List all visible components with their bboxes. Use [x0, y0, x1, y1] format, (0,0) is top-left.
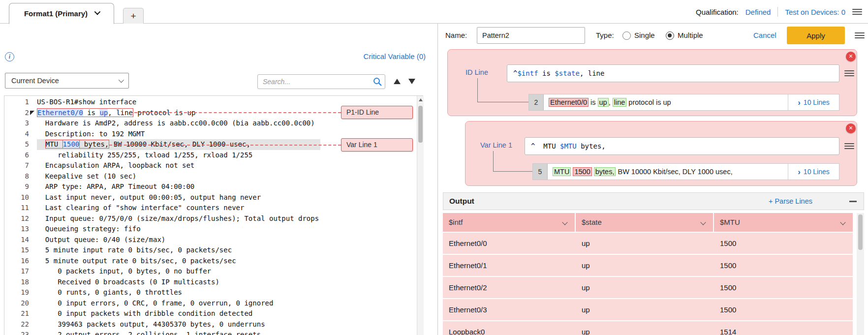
- output-table-body: Ethernet0/0up1500Ethernet0/1up1500Ethern…: [443, 233, 853, 335]
- code-line[interactable]: 15 5 minute input rate 0 bits/sec, 0 pac…: [4, 245, 320, 256]
- pattern-text: ^$intf is $state, line: [513, 69, 604, 77]
- code-line[interactable]: 21 0 input packets with dribble conditio…: [4, 308, 320, 319]
- code-line[interactable]: 19 0 runts, 0 giants, 0 throttles: [4, 287, 320, 298]
- chevron-down-icon[interactable]: [840, 219, 845, 225]
- code-text: Encapsulation ARPA, loopback not set: [37, 160, 320, 171]
- output-cell: up: [576, 277, 714, 298]
- tab-label: Format1 (Primary): [24, 9, 88, 18]
- output-cell: Ethernet0/3: [443, 299, 576, 320]
- matched-line-row[interactable]: 2 Ethernet0/0 is up, line protocol is up…: [528, 94, 839, 111]
- critical-variable-link[interactable]: Critical Variable (0): [364, 52, 426, 61]
- code-line[interactable]: 4 Description: to 192 MGMT: [4, 129, 320, 140]
- code-line[interactable]: 6 reliability 255/255, txload 1/255, rxl…: [4, 150, 320, 161]
- code-text: 0 input packets with dribble condition d…: [37, 308, 320, 319]
- name-label: Name:: [445, 31, 467, 39]
- column-header[interactable]: $state: [576, 213, 714, 232]
- table-scrollbar[interactable]: [857, 213, 864, 335]
- minimize-icon[interactable]: [849, 201, 857, 202]
- code-line[interactable]: 17 0 packets input, 0 bytes, 0 no buffer: [4, 266, 320, 277]
- chevron-down-icon[interactable]: [562, 219, 567, 225]
- parse-lines-link[interactable]: + Parse Lines: [769, 197, 812, 205]
- search-icon[interactable]: [372, 77, 382, 87]
- menu-icon[interactable]: [852, 7, 862, 17]
- card-menu-icon[interactable]: [844, 141, 854, 151]
- code-view: 1US-BOS-R1#show interface2Ethernet0/0 is…: [4, 96, 320, 335]
- output-cell: Ethernet0/2: [443, 277, 576, 298]
- code-line[interactable]: 16 5 minute output rate 0 bits/sec, 0 pa…: [4, 256, 320, 267]
- column-header[interactable]: $intf: [443, 213, 576, 232]
- id-line-pattern-input[interactable]: ^$intf is $state, line: [507, 64, 839, 82]
- card-menu-icon[interactable]: [844, 68, 854, 78]
- code-area: 1US-BOS-R1#show interface2Ethernet0/0 is…: [4, 95, 423, 335]
- line-number: 5: [4, 139, 37, 150]
- code-line[interactable]: 18 Received 0 broadcasts (0 IP multicast…: [4, 277, 320, 288]
- test-on-devices-link[interactable]: Test on Devices: 0: [785, 8, 845, 16]
- qualification-value-link[interactable]: Defined: [745, 8, 771, 16]
- code-line[interactable]: 23 2 output errors, 2 collisions, 1 inte…: [4, 330, 320, 335]
- code-line[interactable]: 14 Output queue: 0/40 (size/max): [4, 235, 320, 245]
- line-number: 12: [4, 213, 37, 224]
- code-text: Output queue: 0/40 (size/max): [37, 235, 320, 245]
- code-line[interactable]: 7 Encapsulation ARPA, loopback not set: [4, 160, 320, 171]
- output-row[interactable]: Ethernet0/0up1500: [443, 233, 853, 255]
- search-next-icon[interactable]: [408, 79, 415, 84]
- scrollbar-thumb[interactable]: [418, 106, 423, 143]
- code-line[interactable]: 3 Hardware is AmdP2, address is aabb.cc0…: [4, 118, 320, 129]
- output-row[interactable]: Ethernet0/1up1500: [443, 255, 853, 277]
- var-line-pattern-input[interactable]: ^ MTU $MTU bytes,: [525, 137, 839, 155]
- scrollbar-thumb[interactable]: [858, 214, 863, 250]
- cancel-button[interactable]: Cancel: [753, 31, 776, 39]
- output-row[interactable]: Ethernet0/3up1500: [443, 299, 853, 321]
- annotation-var-line-1[interactable]: Var Line 1: [341, 138, 413, 152]
- matched-line-row[interactable]: 5 MTU 1500 bytes, BW 10000 Kbit/sec, DLY…: [532, 163, 839, 180]
- radio-single[interactable]: [622, 31, 631, 40]
- chevron-down-icon[interactable]: [700, 219, 706, 225]
- type-label: Type:: [596, 31, 614, 39]
- output-section: Output + Parse Lines $intf$state$MTU Eth…: [443, 192, 864, 335]
- search-prev-icon[interactable]: [394, 79, 401, 84]
- vertical-scrollbar[interactable]: [417, 96, 424, 335]
- code-text: US-BOS-R1#show interface: [37, 97, 320, 108]
- output-cell: up: [576, 299, 714, 320]
- annotation-p1-id-line[interactable]: P1-ID Line: [341, 106, 413, 119]
- code-line[interactable]: 20 0 input errors, 0 CRC, 0 frame, 0 ove…: [4, 298, 320, 309]
- close-icon[interactable]: [846, 52, 856, 61]
- code-line[interactable]: 9 ARP type: ARPA, ARP Timeout 04:00:00: [4, 182, 320, 192]
- radio-single-label: Single: [634, 31, 655, 39]
- line-number: 1: [4, 97, 37, 108]
- search-input[interactable]: [257, 74, 385, 89]
- pattern-menu-icon[interactable]: [855, 30, 865, 40]
- divider: [777, 7, 778, 17]
- scroll-up-icon[interactable]: [419, 98, 423, 101]
- code-line[interactable]: 22 399463 packets output, 44305370 bytes…: [4, 319, 320, 330]
- fold-marker-icon[interactable]: [30, 111, 34, 115]
- apply-button[interactable]: Apply: [787, 27, 845, 44]
- code-line[interactable]: 10 Last input never, output 00:00:05, ou…: [4, 192, 320, 203]
- output-row[interactable]: Ethernet0/2up1500: [443, 277, 853, 299]
- info-icon[interactable]: i: [5, 52, 14, 61]
- radio-multiple[interactable]: [666, 31, 674, 40]
- code-line[interactable]: 8 Keepalive set (10 sec): [4, 171, 320, 182]
- close-icon[interactable]: [846, 123, 856, 133]
- code-line[interactable]: 11 Last clearing of "show interface" cou…: [4, 203, 320, 213]
- id-line-label: ID Line: [465, 68, 488, 76]
- code-line[interactable]: 13 Queueing strategy: fifo: [4, 224, 320, 235]
- chevron-right-icon: [798, 168, 801, 176]
- device-dropdown[interactable]: Current Device: [5, 73, 129, 89]
- code-line[interactable]: 12 Input queue: 0/75/0/0 (size/max/drops…: [4, 213, 320, 224]
- pattern-name-input[interactable]: [477, 27, 585, 44]
- output-cell: 1500: [714, 255, 853, 276]
- output-row[interactable]: Loopback0up1514: [443, 321, 853, 335]
- add-tab-button[interactable]: +: [123, 8, 144, 24]
- line-number: 3: [4, 118, 37, 129]
- radio-multiple-label: Multiple: [678, 31, 703, 39]
- output-table-header: $intf$state$MTU: [443, 213, 853, 233]
- column-header[interactable]: $MTU: [714, 213, 853, 232]
- tab-format1-primary[interactable]: Format1 (Primary): [9, 3, 114, 24]
- chevron-down-icon[interactable]: [94, 9, 101, 15]
- expand-lines-link[interactable]: 10 Lines: [788, 164, 839, 180]
- line-number: 7: [4, 160, 37, 171]
- output-cell: Ethernet0/1: [443, 255, 576, 276]
- code-line[interactable]: 1US-BOS-R1#show interface: [4, 97, 320, 108]
- expand-lines-link[interactable]: 10 Lines: [788, 94, 839, 110]
